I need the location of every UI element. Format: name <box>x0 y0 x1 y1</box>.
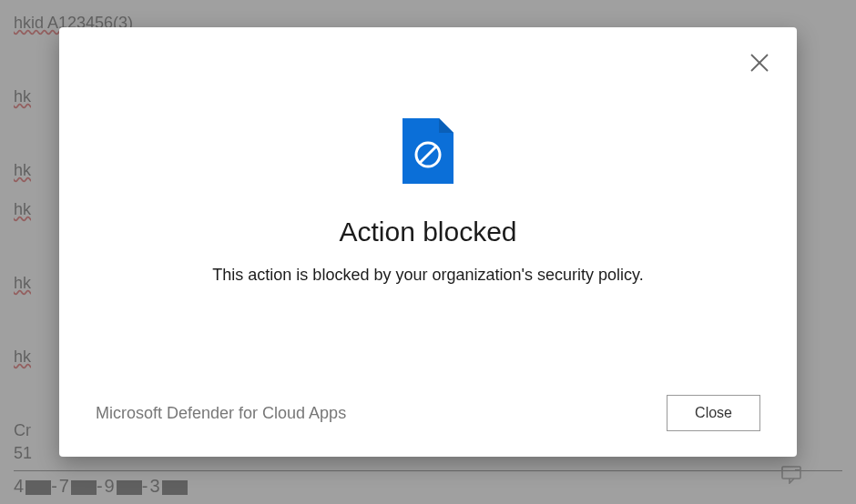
brand-label: Microsoft Defender for Cloud Apps <box>96 404 346 423</box>
close-button[interactable]: Close <box>667 395 760 431</box>
close-icon[interactable] <box>749 53 769 76</box>
dialog-title: Action blocked <box>339 217 516 247</box>
modal-overlay: Action blocked This action is blocked by… <box>0 0 856 504</box>
dialog-message: This action is blocked by your organizat… <box>212 266 643 285</box>
modal-body: Action blocked This action is blocked by… <box>59 27 797 377</box>
modal-footer: Microsoft Defender for Cloud Apps Close <box>59 377 797 457</box>
action-blocked-dialog: Action blocked This action is blocked by… <box>59 27 797 457</box>
blocked-document-icon <box>403 118 453 184</box>
